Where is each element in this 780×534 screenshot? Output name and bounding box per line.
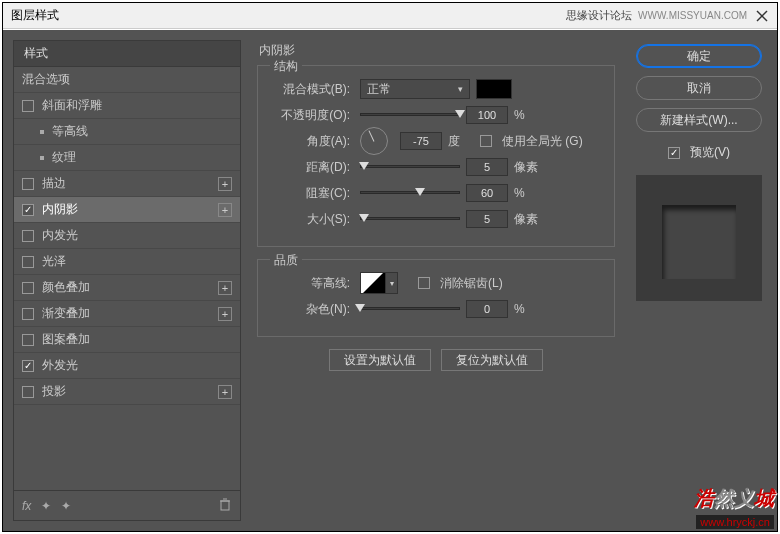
opacity-slider[interactable] (360, 108, 460, 122)
style-item[interactable]: 外发光 (14, 353, 240, 379)
style-item-label: 颜色叠加 (42, 279, 90, 296)
chevron-down-icon: ▾ (458, 84, 463, 94)
plus-icon[interactable]: + (218, 307, 232, 321)
angle-dial[interactable] (360, 127, 388, 155)
antialias-checkbox[interactable] (418, 277, 430, 289)
style-item[interactable]: 等高线 (14, 119, 240, 145)
style-checkbox[interactable] (22, 230, 34, 242)
style-item-label: 混合选项 (22, 71, 70, 88)
choke-input[interactable]: 60 (466, 184, 508, 202)
style-checkbox[interactable] (22, 178, 34, 190)
opacity-input[interactable]: 100 (466, 106, 508, 124)
style-item-label: 光泽 (42, 253, 66, 270)
choke-unit: % (514, 186, 540, 200)
structure-fieldset: 结构 混合模式(B): 正常 ▾ 不透明度(O): 100 % 角度 (257, 65, 615, 247)
style-item[interactable]: 投影+ (14, 379, 240, 405)
contour-label: 等高线: (268, 275, 350, 292)
style-checkbox[interactable] (22, 256, 34, 268)
style-item-label: 纹理 (52, 149, 76, 166)
cancel-button[interactable]: 取消 (636, 76, 762, 100)
style-item-label: 描边 (42, 175, 66, 192)
distance-input[interactable]: 5 (466, 158, 508, 176)
style-checkbox[interactable] (22, 386, 34, 398)
noise-label: 杂色(N): (268, 301, 350, 318)
plus-icon[interactable]: + (218, 281, 232, 295)
distance-unit: 像素 (514, 159, 540, 176)
settings-panel: 内阴影 结构 混合模式(B): 正常 ▾ 不透明度(O): 100 % (251, 40, 621, 521)
plus-icon[interactable]: + (218, 385, 232, 399)
style-checkbox[interactable] (22, 282, 34, 294)
arrow-down-icon[interactable]: ✦ (61, 499, 71, 513)
style-item[interactable]: 描边+ (14, 171, 240, 197)
plus-icon[interactable]: + (218, 177, 232, 191)
styles-list-panel: 样式 混合选项斜面和浮雕等高线纹理描边+内阴影+内发光光泽颜色叠加+渐变叠加+图… (13, 40, 241, 521)
blend-mode-label: 混合模式(B): (268, 81, 350, 98)
titlebar: 图层样式 思缘设计论坛 WWW.MISSYUAN.COM (3, 3, 777, 29)
style-checkbox[interactable] (22, 100, 34, 112)
style-item[interactable]: 纹理 (14, 145, 240, 171)
set-default-button[interactable]: 设置为默认值 (329, 349, 431, 371)
opacity-unit: % (514, 108, 540, 122)
distance-slider[interactable] (360, 160, 460, 174)
style-item-label: 斜面和浮雕 (42, 97, 102, 114)
distance-label: 距离(D): (268, 159, 350, 176)
style-item[interactable]: 颜色叠加+ (14, 275, 240, 301)
style-checkbox[interactable] (22, 334, 34, 346)
styles-header: 样式 (14, 41, 240, 67)
noise-slider[interactable] (360, 302, 460, 316)
style-item[interactable]: 渐变叠加+ (14, 301, 240, 327)
style-item-label: 内发光 (42, 227, 78, 244)
style-item[interactable]: 光泽 (14, 249, 240, 275)
bullet-icon (40, 130, 44, 134)
style-item-label: 渐变叠加 (42, 305, 90, 322)
noise-unit: % (514, 302, 540, 316)
blend-mode-select[interactable]: 正常 ▾ (360, 79, 470, 99)
fx-icon[interactable]: fx (22, 499, 31, 513)
choke-slider[interactable] (360, 186, 460, 200)
style-item-label: 图案叠加 (42, 331, 90, 348)
structure-legend: 结构 (270, 58, 302, 75)
style-item-label: 内阴影 (42, 201, 78, 218)
window-title: 图层样式 (11, 7, 59, 24)
noise-input[interactable]: 0 (466, 300, 508, 318)
size-slider[interactable] (360, 212, 460, 226)
trash-icon[interactable] (218, 497, 232, 514)
new-style-button[interactable]: 新建样式(W)... (636, 108, 762, 132)
quality-legend: 品质 (270, 252, 302, 269)
preview-thumbnail (636, 175, 762, 301)
global-light-checkbox[interactable] (480, 135, 492, 147)
chevron-down-icon[interactable]: ▾ (386, 272, 398, 294)
close-icon[interactable] (755, 9, 769, 23)
bullet-icon (40, 156, 44, 160)
forum-url: WWW.MISSYUAN.COM (638, 10, 747, 21)
opacity-label: 不透明度(O): (268, 107, 350, 124)
global-light-label: 使用全局光 (G) (502, 133, 583, 150)
ok-button[interactable]: 确定 (636, 44, 762, 68)
style-item[interactable]: 斜面和浮雕 (14, 93, 240, 119)
color-swatch[interactable] (476, 79, 512, 99)
watermark: 浩然义城 www.hryckj.cn (694, 485, 774, 530)
style-item-label: 投影 (42, 383, 66, 400)
style-item[interactable]: 图案叠加 (14, 327, 240, 353)
preview-label: 预览(V) (690, 144, 730, 161)
size-label: 大小(S): (268, 211, 350, 228)
size-input[interactable]: 5 (466, 210, 508, 228)
style-checkbox[interactable] (22, 308, 34, 320)
style-checkbox[interactable] (22, 360, 34, 372)
preview-checkbox[interactable] (668, 147, 680, 159)
style-item[interactable]: 内阴影+ (14, 197, 240, 223)
style-item[interactable]: 混合选项 (14, 67, 240, 93)
actions-panel: 确定 取消 新建样式(W)... 预览(V) (631, 40, 767, 521)
style-checkbox[interactable] (22, 204, 34, 216)
angle-unit: 度 (448, 133, 474, 150)
plus-icon[interactable]: + (218, 203, 232, 217)
style-item-label: 等高线 (52, 123, 88, 140)
antialias-label: 消除锯齿(L) (440, 275, 503, 292)
style-item-label: 外发光 (42, 357, 78, 374)
contour-picker[interactable] (360, 272, 386, 294)
angle-label: 角度(A): (268, 133, 350, 150)
style-item[interactable]: 内发光 (14, 223, 240, 249)
arrow-up-icon[interactable]: ✦ (41, 499, 51, 513)
reset-default-button[interactable]: 复位为默认值 (441, 349, 543, 371)
angle-input[interactable]: -75 (400, 132, 442, 150)
